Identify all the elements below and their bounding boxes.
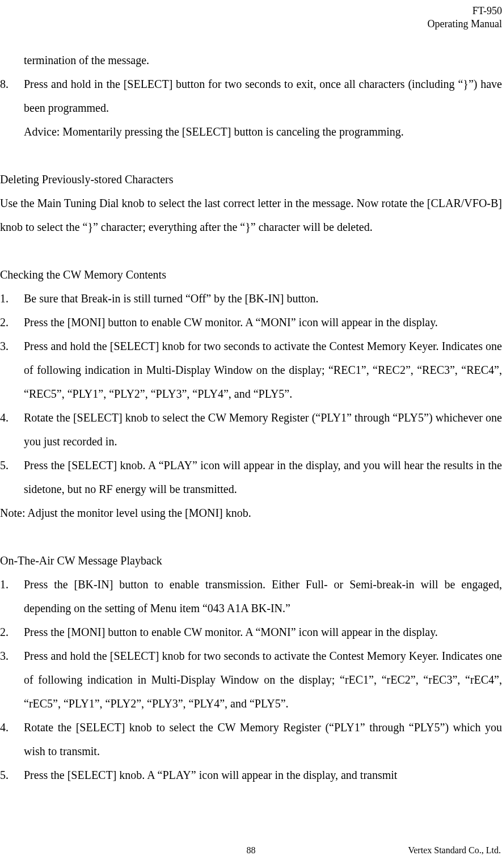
list-number: 5. (0, 453, 24, 501)
page-container: FT-950 Operating Manual termination of t… (0, 0, 502, 868)
list-item: 5. Press the [SELECT] knob. A “PLAY” ico… (0, 453, 502, 501)
page-header: FT-950 Operating Manual (0, 0, 502, 48)
list-text: Rotate the [SELECT] knob to select the C… (24, 406, 502, 453)
list-text: Press and hold the [SELECT] knob for two… (24, 334, 502, 406)
section-title-deleting: Deleting Previously-stored Characters (0, 167, 502, 191)
page-number: 88 (247, 845, 256, 856)
list-number: 4. (0, 406, 24, 453)
page-content: termination of the message. 8. Press and… (0, 48, 502, 787)
list-item: 5. Press the [SELECT] knob. A “PLAY” ico… (0, 763, 502, 787)
list-item-8: 8. Press and hold in the [SELECT] button… (0, 72, 502, 120)
section-break (0, 144, 502, 167)
list-item: 3. Press and hold the [SELECT] knob for … (0, 644, 502, 715)
section-break (0, 525, 502, 549)
list-number: 2. (0, 620, 24, 644)
list-text: Press and hold in the [SELECT] button fo… (24, 72, 502, 120)
list-text: Be sure that Break-in is still turned “O… (24, 286, 502, 310)
section-title-checking: Checking the CW Memory Contents (0, 263, 502, 286)
list-number: 2. (0, 310, 24, 334)
list-number: 8. (0, 72, 24, 120)
list-text: Press the [SELECT] knob. A “PLAY” icon w… (24, 453, 502, 501)
list-number: 1. (0, 572, 24, 620)
list-number: 3. (0, 644, 24, 715)
header-model: FT-950 (0, 5, 502, 18)
list-text: Press the [MONI] button to enable CW mon… (24, 620, 502, 644)
list-number: 5. (0, 763, 24, 787)
list-item: 1. Press the [BK-IN] button to enable tr… (0, 572, 502, 620)
list-item: 2. Press the [MONI] button to enable CW … (0, 310, 502, 334)
continuation-text: termination of the message. (0, 48, 502, 72)
list-text: Press the [MONI] button to enable CW mon… (24, 310, 502, 334)
list-item: 4. Rotate the [SELECT] knob to select th… (0, 406, 502, 453)
section-title-onair: On-The-Air CW Message Playback (0, 549, 502, 572)
list-number: 1. (0, 286, 24, 310)
list-text: Press and hold the [SELECT] knob for two… (24, 644, 502, 715)
list-number: 4. (0, 715, 24, 763)
footer-company: Vertex Standard Co., Ltd. (408, 845, 501, 856)
advice-text: Advice: Momentarily pressing the [SELECT… (0, 120, 502, 144)
page-footer: 88 Vertex Standard Co., Ltd. (0, 845, 502, 856)
list-number: 3. (0, 334, 24, 406)
list-item: 1. Be sure that Break-in is still turned… (0, 286, 502, 310)
header-title: Operating Manual (0, 18, 502, 31)
note-text: Note: Adjust the monitor level using the… (0, 501, 502, 525)
list-item: 3. Press and hold the [SELECT] knob for … (0, 334, 502, 406)
list-text: Press the [BK-IN] button to enable trans… (24, 572, 502, 620)
section1-body: Use the Main Tuning Dial knob to select … (0, 191, 502, 239)
list-text: Rotate the [SELECT] knob to select the C… (24, 715, 502, 763)
section-break (0, 239, 502, 263)
list-item: 4. Rotate the [SELECT] knob to select th… (0, 715, 502, 763)
list-item: 2. Press the [MONI] button to enable CW … (0, 620, 502, 644)
list-text: Press the [SELECT] knob. A “PLAY” icon w… (24, 763, 502, 787)
